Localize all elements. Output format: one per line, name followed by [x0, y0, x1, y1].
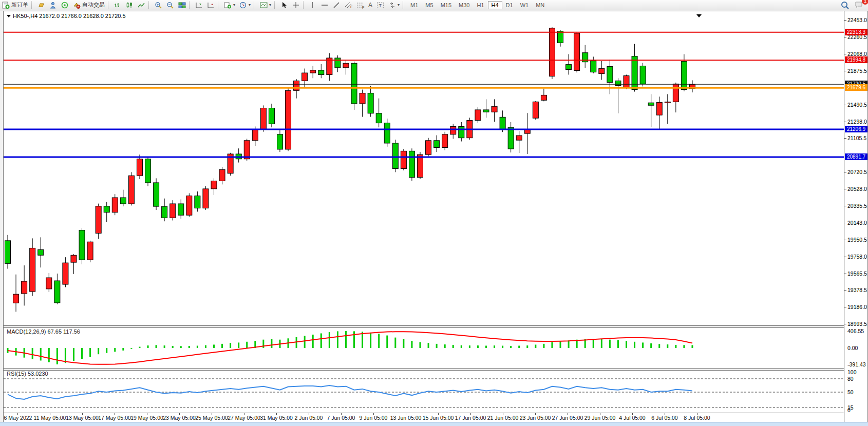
price-tick-mark — [844, 274, 846, 274]
arrows-tool[interactable]: ▾ — [386, 1, 402, 9]
tab-h1[interactable]: H1 — [473, 1, 487, 9]
price-tick-label: 22453.0 — [847, 17, 867, 23]
date-tick-label: 9 Jun 05:00 — [360, 415, 388, 421]
channel-tool[interactable]: E — [343, 1, 354, 9]
price-tick-label: 21105.5 — [847, 135, 866, 141]
tab-h4[interactable]: H4 — [488, 1, 502, 9]
cursor-icon — [280, 2, 288, 8]
tile-windows-button[interactable] — [176, 1, 188, 9]
date-axis[interactable]: 6 May 202211 May 05:0013 May 05:0017 May… — [4, 413, 844, 422]
autotrading-label: 自动交易 — [82, 1, 105, 9]
text-tool[interactable]: A — [366, 1, 374, 9]
candlestick-chart[interactable] — [4, 12, 844, 326]
bar-chart-button[interactable] — [112, 1, 124, 9]
dropdown-arrow-icon: ▾ — [269, 3, 271, 7]
timeframe-bar: M1 M5 M15 M30 H1 H4 D1 W1 MN — [407, 1, 548, 9]
zoom-in-button[interactable] — [153, 1, 164, 9]
notification-badge: 1 — [862, 0, 868, 5]
fibo-letter: F — [362, 6, 364, 9]
indicator-window-icon — [195, 2, 203, 8]
indicator-window-button[interactable] — [193, 1, 205, 9]
vertical-line-tool[interactable] — [307, 1, 319, 9]
vertical-line-icon — [309, 2, 317, 8]
clock-icon — [239, 2, 247, 8]
text-label-tool[interactable]: T — [374, 1, 386, 9]
price-tick-label: 406.55 — [847, 328, 864, 334]
template-button[interactable]: ▾ — [258, 1, 273, 9]
fibonacci-tool[interactable]: F — [354, 1, 366, 9]
price-tick-label: 0 — [847, 407, 851, 413]
toolbar-separator — [31, 1, 34, 9]
signals-button[interactable] — [59, 1, 71, 9]
bar-chart-icon — [114, 2, 122, 8]
signal-icon — [61, 2, 69, 8]
price-axis[interactable]: 22453.022260.522068.021875.521490.521298… — [844, 11, 868, 422]
rsi-pane[interactable] — [4, 370, 844, 411]
toolbar-separator — [403, 1, 406, 9]
notifications-icon[interactable]: 1 — [855, 1, 865, 10]
price-tick-label: 18993.5 — [847, 321, 867, 327]
autotrading-button[interactable]: 自动交易 — [71, 1, 107, 9]
indicator-list-icon — [207, 2, 215, 8]
date-tick-label: 27 Jun 05:00 — [552, 415, 583, 421]
date-tick-label: 21 Jun 05:00 — [487, 415, 519, 421]
price-tick-label: 21298.0 — [847, 119, 867, 125]
price-tick-mark — [844, 257, 846, 257]
trendline-tool[interactable] — [331, 1, 343, 9]
tab-m15[interactable]: M15 — [437, 1, 455, 9]
candlestick-button[interactable] — [124, 1, 136, 9]
price-tick-label: 19186.0 — [847, 304, 867, 310]
date-tick-label: 6 May 2022 — [4, 415, 32, 421]
price-tick-label: 20528.0 — [847, 186, 867, 192]
price-tick-mark — [844, 105, 846, 105]
date-tick-label: 13 May 05:00 — [66, 415, 99, 421]
channel-letter: E — [350, 5, 353, 9]
symbol-dropdown-icon[interactable] — [7, 15, 11, 17]
tab-m5[interactable]: M5 — [422, 1, 437, 9]
tab-m30[interactable]: M30 — [455, 1, 473, 9]
toolbar: 新订单 自动交易 ▾ ▾ ▾ E F A T ▾ M1 M5 M15 M30 H… — [0, 0, 868, 10]
date-tick-label: 23 Jun 05:00 — [520, 415, 551, 421]
horizontal-line-icon — [321, 2, 329, 8]
price-tick-label: 50 — [847, 389, 854, 395]
chart-window[interactable]: HK50-,H4 21672.0 21766.0 21628.0 21720.5… — [3, 11, 868, 422]
tab-w1[interactable]: W1 — [517, 1, 533, 9]
new-order-button[interactable]: 新订单 — [0, 1, 30, 9]
price-tick-label: 19758.0 — [847, 254, 867, 260]
tab-mn[interactable]: MN — [532, 1, 548, 9]
period-button[interactable]: ▾ — [237, 1, 253, 9]
search-icon[interactable] — [840, 1, 850, 10]
market-watch-button[interactable] — [35, 1, 47, 9]
indicator-list-button[interactable] — [205, 1, 217, 9]
zoom-out-button[interactable] — [164, 1, 176, 9]
date-tick-label: 11 May 05:00 — [34, 415, 66, 421]
add-indicator-button[interactable]: ▾ — [222, 1, 237, 9]
tile-windows-icon — [178, 2, 186, 8]
tab-m1[interactable]: M1 — [407, 1, 422, 9]
crosshair-button[interactable] — [290, 1, 302, 9]
template-icon — [260, 2, 268, 8]
price-tick-label: -391.43 — [847, 361, 866, 367]
price-tick-mark — [844, 54, 846, 54]
add-indicator-icon — [224, 2, 232, 8]
price-line-badge: 21679.6 — [845, 84, 867, 91]
price-tick-label: 19565.5 — [847, 270, 867, 277]
macd-label: MACD(12,26,9) 67.65 117.56 — [7, 328, 80, 335]
macd-pane[interactable] — [4, 327, 844, 368]
symbol-ohlc-label: HK50-,H4 21672.0 21766.0 21628.0 21720.5 — [13, 13, 126, 19]
line-chart-button[interactable] — [136, 1, 147, 9]
horizontal-line-tool[interactable] — [319, 1, 331, 9]
date-tick-label: 19 May 05:00 — [130, 415, 163, 421]
price-tick-mark — [844, 20, 846, 21]
expert-advisor-icon — [49, 2, 57, 8]
equidistant-channel-icon: E — [345, 2, 352, 8]
cursor-button[interactable] — [278, 1, 290, 9]
line-chart-icon — [138, 2, 145, 8]
price-tick-label: 0.00 — [847, 345, 858, 351]
price-line-badge: 20891.7 — [845, 153, 867, 160]
rsi-label: RSI(15) 53.0230 — [7, 371, 48, 377]
expert-advisor-button[interactable] — [47, 1, 59, 9]
text-a-icon: A — [368, 2, 372, 9]
tab-d1[interactable]: D1 — [502, 1, 517, 9]
dropdown-arrow-icon: ▾ — [233, 3, 235, 7]
